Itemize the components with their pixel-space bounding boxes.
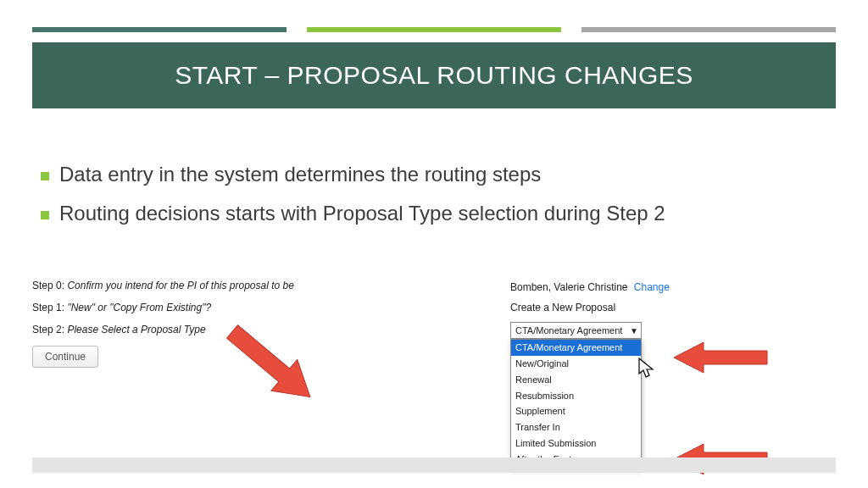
dropdown-option[interactable]: Limited Submission [511,435,641,452]
step0-label: Step 0: [32,280,67,291]
bullet-list: Data entry in the system determines the … [41,161,817,240]
bullet-text: Data entry in the system determines the … [59,161,541,188]
slide-title: START – PROPOSAL ROUTING CHANGES [175,61,693,90]
step2-line: Step 2: Please Select a Proposal Type [32,324,388,336]
bullet-icon [41,172,49,180]
proposal-type-select[interactable]: CTA/Monetary Agreement ▼ [510,322,642,339]
bullet-item: Routing decisions starts with Proposal T… [41,200,817,227]
accent-bar-2 [307,27,561,32]
footer-bar [32,458,836,473]
dropdown-option[interactable]: New/Original [511,356,641,372]
change-link[interactable]: Change [634,281,670,293]
svg-marker-0 [220,322,324,407]
slide: START – PROPOSAL ROUTING CHANGES Data en… [0,0,868,488]
bullet-text: Routing decisions starts with Proposal T… [59,200,665,227]
bullet-icon [41,211,49,219]
chevron-down-icon: ▼ [630,326,638,336]
continue-button[interactable]: Continue [32,346,98,368]
svg-marker-2 [674,342,767,373]
dropdown-option[interactable]: Supplement [511,403,641,419]
create-proposal-label: Create a New Proposal [510,302,722,313]
proposal-type-dropdown[interactable]: CTA/Monetary Agreement New/Original Rene… [510,339,642,469]
dropdown-option[interactable]: Renewal [511,372,641,388]
step0-text: Confirm you intend for the PI of this pr… [67,280,293,291]
accent-bar-3 [581,27,836,32]
left-screenshot: Step 0: Confirm you intend for the PI of… [32,280,388,368]
pi-name: Bomben, Valerie Christine [510,281,628,293]
dropdown-option[interactable]: Transfer In [511,419,641,435]
arrow-select [670,339,771,376]
step1-label: Step 1: [32,302,67,313]
step2-label: Step 2: [32,324,67,336]
step1-text: "New" or "Copy From Existing"? [67,302,211,313]
accent-bars [32,27,836,32]
select-value: CTA/Monetary Agreement [515,325,622,336]
accent-bar-1 [32,27,287,32]
step1-line: Step 1: "New" or "Copy From Existing"? [32,302,388,313]
dropdown-option[interactable]: Resubmission [511,388,641,404]
bullet-item: Data entry in the system determines the … [41,161,817,188]
arrow-step2 [216,322,326,407]
step0-line: Step 0: Confirm you intend for the PI of… [32,280,388,291]
step2-text: Please Select a Proposal Type [67,324,205,336]
dropdown-option[interactable]: CTA/Monetary Agreement [511,340,641,356]
title-band: START – PROPOSAL ROUTING CHANGES [32,42,836,108]
pi-line: Bomben, Valerie Christine Change [510,281,722,293]
